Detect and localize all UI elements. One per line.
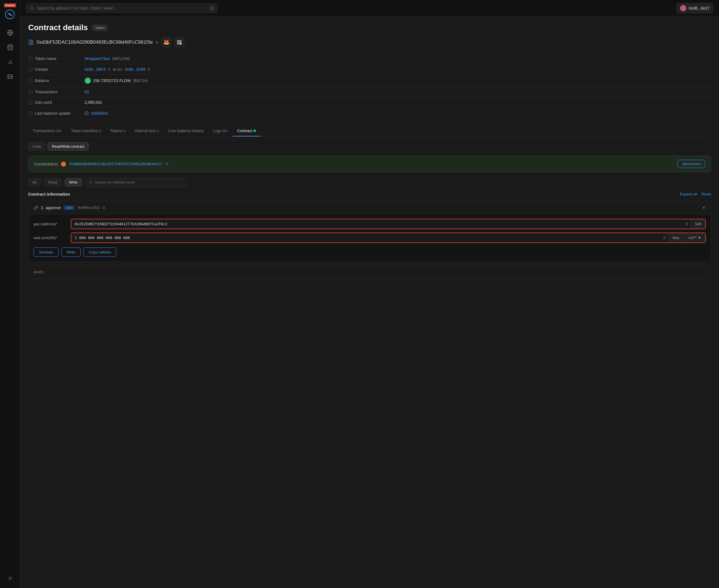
creator-label: i Creator: [28, 64, 85, 75]
write-badge: write: [64, 206, 75, 210]
svg-rect-14: [177, 40, 179, 42]
search-shortcut: /: [210, 6, 214, 10]
exponent-dropdown-arrow: ▼: [698, 236, 701, 240]
last-balance-value: ⬡ 15666641: [85, 108, 711, 119]
method-search-input[interactable]: [95, 180, 183, 184]
topbar: / 0x0B...6e27: [20, 0, 719, 16]
field-input-wad[interactable]: [71, 233, 660, 243]
svg-point-21: [89, 181, 91, 183]
search-input[interactable]: [37, 6, 207, 10]
tab-token-transfers[interactable]: Token transfers 0: [66, 126, 105, 136]
txn-hash-link[interactable]: 0x6b...6299: [125, 67, 145, 71]
connected-wallet-icon: [61, 162, 66, 167]
connected-copy-icon[interactable]: ⧉: [165, 162, 168, 166]
balance-value: ⬡ 156.73532723 FLOW ($92.04): [85, 75, 711, 87]
metamask-icon-btn[interactable]: 🦊: [161, 37, 171, 47]
qr-icon-btn[interactable]: [174, 37, 184, 47]
token-name-link[interactable]: Wrapped Flow: [85, 56, 110, 61]
sidebar-item-api[interactable]: [4, 70, 16, 83]
app-logo[interactable]: [4, 9, 15, 20]
creator-value: 0x65...66Fd ⧉ at txn 0x6b...6299 ⧉: [85, 64, 711, 75]
contract-item-header[interactable]: 2. approve write 0x095ea7b3 ⧉ ▼: [28, 201, 711, 214]
sidebar-item-network[interactable]: [4, 26, 16, 39]
connected-label: Connected to: [34, 162, 58, 166]
tab-coin-balance-history[interactable]: Coin balance history: [164, 126, 208, 136]
copy-address-icon[interactable]: ⧉: [156, 40, 159, 45]
simulate-button[interactable]: Simulate: [34, 248, 59, 257]
contract-icon: [28, 40, 34, 45]
field-label-guy: guy (address)*: [34, 222, 67, 226]
header-actions: Expand all Reset: [680, 192, 711, 196]
tab-internal-txns[interactable]: Internal txns 1: [130, 126, 164, 136]
sidebar-item-analytics[interactable]: [4, 56, 16, 68]
token-badge: Token: [92, 24, 108, 31]
svg-point-10: [30, 6, 33, 9]
method-search-icon: [89, 181, 93, 184]
contract-address: 0xd3bF53DAC106A0290B0483EcBC89d40FcC961f…: [37, 40, 153, 45]
page-title: Contract details: [28, 23, 88, 32]
info-icon-3: i: [28, 78, 33, 83]
reset-link[interactable]: Reset: [701, 192, 711, 196]
filter-tab-write[interactable]: Write: [65, 178, 82, 186]
action-buttons: Simulate Write Copy calldata: [34, 248, 706, 257]
field-label-wad: wad (uint256)*: [34, 236, 67, 240]
balance-usd: ($92.04): [133, 78, 148, 83]
field-input-guy[interactable]: [71, 219, 683, 229]
dropdown-arrow-icon[interactable]: ▼: [702, 206, 706, 210]
field-clear-guy[interactable]: ✕: [683, 220, 691, 228]
search-icon: [29, 6, 34, 10]
field-clear-wad[interactable]: ✕: [660, 234, 668, 242]
section-header: Contract information Expand all Reset: [28, 192, 711, 196]
sub-tab-code[interactable]: Code: [28, 142, 45, 150]
info-icon-4: i: [28, 90, 33, 94]
connected-address: 0x0B8EA6d6983cCBa39275493FEf648a2D64B36e…: [69, 162, 162, 166]
field-suffix-max[interactable]: Max: [668, 233, 683, 243]
contract-item-body: guy (address)* ✕ Self wad (uint256)* ✕ M…: [28, 214, 711, 261]
page-header: Contract details Token: [28, 23, 711, 32]
sub-tab-read-write[interactable]: Read/Write contract: [48, 142, 88, 150]
flow-token-icon: ⬡: [85, 78, 91, 84]
gas-value: 2,065,041: [85, 97, 711, 108]
page-body: Contract details Token 0xd3bF53DAC106A02…: [20, 16, 719, 588]
tab-transactions[interactable]: Transactions 50+: [28, 126, 66, 136]
svg-point-9: [9, 578, 11, 579]
field-suffix-self[interactable]: Self: [691, 219, 705, 229]
hash-copy-icon[interactable]: ⧉: [102, 205, 105, 210]
tab-contract[interactable]: Contract: [233, 126, 261, 136]
tabs-row: Transactions 50+ Token transfers 0 Token…: [28, 126, 711, 137]
search-bar[interactable]: /: [26, 3, 218, 13]
filter-tab-read[interactable]: Read: [44, 178, 61, 186]
address-row: 0xd3bF53DAC106A0290B0483EcBC89d40FcC961f…: [28, 37, 711, 47]
field-row-guy: guy (address)* ✕ Self: [34, 219, 706, 229]
svg-rect-19: [180, 44, 181, 44]
copy-calldata-button[interactable]: Copy calldata: [83, 248, 117, 257]
field-input-wrapper-wad: ✕ Max ×10¹⁸ ▼: [71, 233, 706, 243]
creator-link[interactable]: 0x65...66Fd: [85, 67, 105, 71]
method-hash: 0x095ea7b3: [78, 206, 100, 210]
sidebar-item-database[interactable]: [4, 41, 16, 54]
field-suffix-exponent[interactable]: ×10¹⁸ ▼: [683, 233, 705, 243]
sidebar-item-settings[interactable]: [4, 572, 16, 585]
last-balance-label: i Last balance update: [28, 108, 85, 119]
disconnect-button[interactable]: Disconnect: [678, 160, 705, 168]
token-name-value: Wrapped Flow (WFLOW): [85, 54, 711, 64]
wallet-address: 0x0B...6e27: [689, 6, 710, 10]
svg-rect-17: [180, 43, 181, 43]
filter-tab-all[interactable]: All: [28, 178, 41, 186]
balance-amount: 156.73532723 FLOW: [93, 78, 131, 83]
method-search-bar[interactable]: [85, 178, 187, 187]
wallet-button[interactable]: 0x0B...6e27: [676, 3, 713, 13]
creator-copy-icon[interactable]: ⧉: [108, 67, 110, 71]
gas-amount: 2,065,041: [85, 100, 102, 105]
sidebar: testnet: [0, 0, 20, 588]
write-button[interactable]: Write: [61, 248, 81, 257]
expand-all-link[interactable]: Expand all: [680, 192, 697, 196]
svg-line-22: [91, 183, 92, 184]
transactions-label: i Transactions: [28, 87, 85, 97]
tab-logs[interactable]: Logs 50+: [208, 126, 233, 136]
block-link[interactable]: 15666641: [91, 111, 108, 115]
txn-copy-icon[interactable]: ⧉: [147, 67, 150, 71]
tab-tokens[interactable]: Tokens 0: [105, 126, 130, 136]
transactions-link[interactable]: 53: [85, 90, 89, 94]
link-icon: [34, 206, 38, 210]
